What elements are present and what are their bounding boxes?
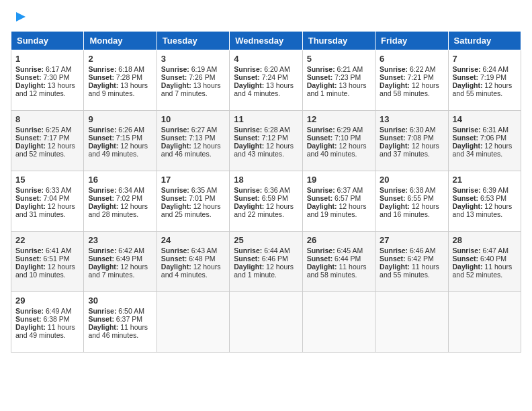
day-info: Sunrise: 6:22 AM	[380, 65, 443, 73]
day-info: Daylight: 12 hours and 58 minutes.	[380, 81, 443, 97]
day-info: Daylight: 12 hours and 37 minutes.	[380, 142, 443, 158]
calendar-cell: 5Sunrise: 6:21 AMSunset: 7:23 PMDaylight…	[302, 50, 375, 111]
day-info: Sunset: 6:40 PM	[453, 255, 517, 263]
day-info: Sunset: 7:19 PM	[453, 73, 517, 81]
day-info: Daylight: 11 hours and 55 minutes.	[380, 263, 443, 279]
calendar-cell: 25Sunrise: 6:44 AMSunset: 6:46 PMDayligh…	[230, 232, 302, 292]
day-info: Sunset: 7:30 PM	[15, 73, 79, 81]
logo-arrow-icon	[13, 9, 28, 24]
calendar-cell: 8Sunrise: 6:25 AMSunset: 7:17 PMDaylight…	[11, 111, 84, 171]
day-info: Sunrise: 6:30 AM	[380, 126, 443, 134]
day-info: Sunset: 6:42 PM	[380, 255, 443, 263]
day-number: 27	[380, 235, 443, 245]
day-info: Sunset: 7:02 PM	[88, 194, 152, 202]
day-number: 6	[380, 54, 443, 64]
calendar-cell: 22Sunrise: 6:41 AMSunset: 6:51 PMDayligh…	[11, 232, 84, 292]
day-info: Daylight: 12 hours and 31 minutes.	[15, 202, 79, 218]
day-info: Daylight: 13 hours and 9 minutes.	[88, 81, 152, 97]
calendar-cell: 12Sunrise: 6:29 AMSunset: 7:10 PMDayligh…	[302, 111, 375, 171]
day-info: Sunrise: 6:21 AM	[307, 65, 371, 73]
day-info: Sunset: 6:38 PM	[15, 315, 79, 323]
day-info: Daylight: 12 hours and 1 minute.	[234, 263, 298, 279]
day-info: Sunrise: 6:45 AM	[307, 246, 371, 255]
day-info: Sunrise: 6:20 AM	[234, 65, 298, 73]
calendar-cell: 19Sunrise: 6:37 AMSunset: 6:57 PMDayligh…	[302, 171, 375, 232]
day-number: 12	[307, 114, 371, 124]
day-info: Sunrise: 6:47 AM	[453, 246, 517, 255]
day-info: Sunset: 6:49 PM	[88, 255, 152, 263]
day-info: Sunrise: 6:17 AM	[15, 65, 79, 73]
day-info: Daylight: 12 hours and 25 minutes.	[161, 202, 225, 218]
day-info: Daylight: 12 hours and 10 minutes.	[15, 263, 79, 279]
day-info: Sunrise: 6:38 AM	[380, 186, 443, 194]
day-info: Sunset: 7:23 PM	[307, 73, 371, 81]
day-info: Sunrise: 6:39 AM	[453, 186, 517, 194]
day-info: Sunset: 6:51 PM	[15, 255, 79, 263]
calendar-cell: 30Sunrise: 6:50 AMSunset: 6:37 PMDayligh…	[84, 292, 157, 353]
calendar-cell	[157, 292, 229, 353]
calendar-cell: 1Sunrise: 6:17 AMSunset: 7:30 PMDaylight…	[11, 50, 84, 111]
day-number: 17	[161, 175, 225, 185]
calendar-cell: 4Sunrise: 6:20 AMSunset: 7:24 PMDaylight…	[230, 50, 302, 111]
day-number: 4	[234, 54, 298, 64]
day-info: Sunrise: 6:19 AM	[161, 65, 225, 73]
day-info: Sunset: 7:15 PM	[88, 134, 152, 142]
day-info: Sunrise: 6:26 AM	[88, 126, 152, 134]
day-info: Sunset: 7:08 PM	[380, 134, 443, 142]
day-info: Daylight: 12 hours and 49 minutes.	[88, 142, 152, 158]
day-number: 28	[453, 235, 517, 245]
day-number: 26	[307, 235, 371, 245]
day-info: Sunrise: 6:37 AM	[307, 186, 371, 194]
day-info: Sunset: 7:13 PM	[161, 134, 225, 142]
day-info: Sunset: 6:55 PM	[380, 194, 443, 202]
weekday-header-saturday: Saturday	[448, 32, 521, 50]
calendar-cell	[448, 292, 521, 353]
day-info: Sunset: 6:48 PM	[161, 255, 225, 263]
day-info: Sunrise: 6:36 AM	[234, 186, 298, 194]
calendar-cell	[230, 292, 302, 353]
calendar-cell: 27Sunrise: 6:46 AMSunset: 6:42 PMDayligh…	[375, 232, 448, 292]
calendar-cell	[302, 292, 375, 353]
calendar-cell: 20Sunrise: 6:38 AMSunset: 6:55 PMDayligh…	[375, 171, 448, 232]
day-info: Sunset: 7:04 PM	[15, 194, 79, 202]
calendar-cell: 15Sunrise: 6:33 AMSunset: 7:04 PMDayligh…	[11, 171, 84, 232]
calendar-cell: 21Sunrise: 6:39 AMSunset: 6:53 PMDayligh…	[448, 171, 521, 232]
day-number: 8	[15, 114, 79, 124]
day-info: Sunrise: 6:46 AM	[380, 246, 443, 255]
day-info: Daylight: 12 hours and 46 minutes.	[161, 142, 225, 158]
day-info: Daylight: 11 hours and 46 minutes.	[88, 323, 152, 339]
day-info: Sunrise: 6:49 AM	[15, 307, 79, 315]
calendar-week-1: 1Sunrise: 6:17 AMSunset: 7:30 PMDaylight…	[11, 50, 521, 111]
day-number: 19	[307, 175, 371, 185]
svg-marker-0	[16, 12, 26, 21]
calendar-cell	[375, 292, 448, 353]
day-number: 5	[307, 54, 371, 64]
weekday-header-friday: Friday	[375, 32, 448, 50]
day-info: Sunrise: 6:50 AM	[88, 307, 152, 315]
day-info: Sunset: 6:44 PM	[307, 255, 371, 263]
day-number: 24	[161, 235, 225, 245]
day-info: Daylight: 12 hours and 40 minutes.	[307, 142, 371, 158]
calendar-cell: 26Sunrise: 6:45 AMSunset: 6:44 PMDayligh…	[302, 232, 375, 292]
calendar-cell: 11Sunrise: 6:28 AMSunset: 7:12 PMDayligh…	[230, 111, 302, 171]
weekday-header-thursday: Thursday	[302, 32, 375, 50]
day-number: 11	[234, 114, 298, 124]
day-info: Daylight: 13 hours and 12 minutes.	[15, 81, 79, 97]
day-info: Sunset: 7:06 PM	[453, 134, 517, 142]
day-info: Daylight: 12 hours and 28 minutes.	[88, 202, 152, 218]
day-number: 13	[380, 114, 443, 124]
day-info: Daylight: 12 hours and 4 minutes.	[161, 263, 225, 279]
calendar-cell: 7Sunrise: 6:24 AMSunset: 7:19 PMDaylight…	[448, 50, 521, 111]
day-number: 21	[453, 175, 517, 185]
day-info: Daylight: 11 hours and 49 minutes.	[15, 323, 79, 339]
day-info: Daylight: 11 hours and 58 minutes.	[307, 263, 371, 279]
day-info: Sunrise: 6:35 AM	[161, 186, 225, 194]
day-info: Daylight: 12 hours and 52 minutes.	[15, 142, 79, 158]
calendar-week-3: 15Sunrise: 6:33 AMSunset: 7:04 PMDayligh…	[11, 171, 521, 232]
day-info: Daylight: 12 hours and 43 minutes.	[234, 142, 298, 158]
day-info: Sunset: 6:37 PM	[88, 315, 152, 323]
day-info: Sunset: 7:21 PM	[380, 73, 443, 81]
day-info: Sunrise: 6:42 AM	[88, 246, 152, 255]
calendar-cell: 6Sunrise: 6:22 AMSunset: 7:21 PMDaylight…	[375, 50, 448, 111]
day-number: 10	[161, 114, 225, 124]
